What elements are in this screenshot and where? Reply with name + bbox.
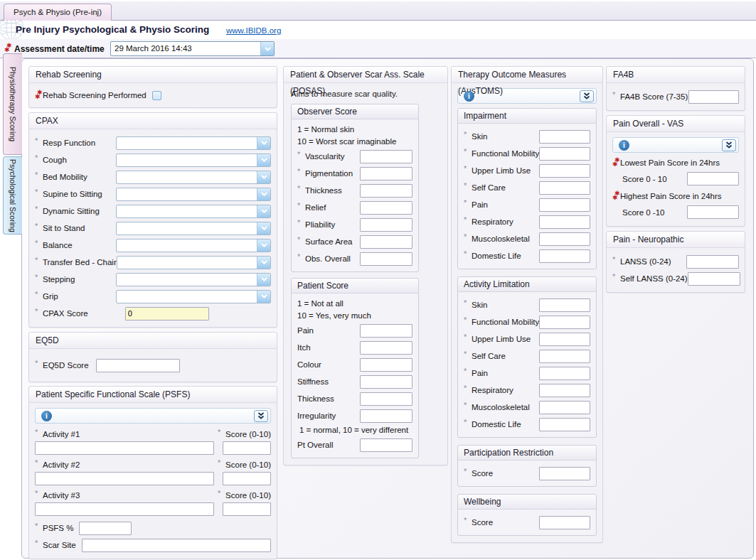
chevron-down-icon[interactable] — [257, 274, 270, 286]
asterisk-icon — [297, 218, 302, 227]
austoms-score-input[interactable] — [539, 130, 590, 144]
chevron-down-icon[interactable] — [257, 137, 270, 149]
asterisk-icon — [35, 359, 40, 367]
section-title: Impairment — [458, 109, 596, 124]
chevron-down-icon[interactable] — [257, 222, 270, 235]
neuropathic-fields: LANSS (0-24) Self LANSS (0-24) — [612, 253, 739, 287]
patient-score-input[interactable] — [360, 358, 412, 372]
austoms-score-input[interactable] — [539, 181, 590, 195]
cpax-select[interactable] — [116, 188, 271, 201]
info-icon[interactable] — [619, 140, 629, 151]
activity-input[interactable] — [35, 472, 214, 485]
cpax-row: Transfer Bed - Chair — [35, 254, 271, 271]
cpax-select[interactable] — [116, 239, 271, 252]
assessment-date-select[interactable]: 29 March 2016 14:43 — [110, 41, 275, 56]
collapse-button[interactable] — [722, 139, 736, 151]
patient-score-input[interactable] — [360, 341, 412, 355]
cpax-select[interactable] — [116, 290, 271, 303]
austoms-field-row: Skin — [464, 128, 590, 145]
austoms-score-input[interactable] — [539, 367, 590, 380]
chevron-down-icon[interactable] — [257, 188, 270, 200]
field-label: Surface Area — [305, 237, 352, 246]
activity-limitation-section: Activity Limitation Skin — [457, 276, 597, 438]
activity-input[interactable] — [35, 502, 214, 516]
rehab-screening-panel: Rehab Screening Rehab Screening Performe… — [28, 66, 277, 108]
cpax-select[interactable] — [117, 256, 271, 269]
chevron-down-icon[interactable] — [257, 239, 270, 252]
tab-psychological-scoring[interactable]: Psychological Scoring — [3, 156, 22, 235]
austoms-score-input[interactable] — [539, 316, 590, 329]
scar-site-input[interactable] — [82, 539, 271, 552]
observer-score-input[interactable] — [360, 150, 412, 163]
austoms-score-input[interactable] — [539, 198, 590, 212]
tab-psych-physio-pre-inj[interactable]: Psych & Physio (Pre-inj) — [4, 4, 112, 21]
asterisk-icon — [464, 215, 469, 224]
observer-score-input[interactable] — [360, 235, 412, 249]
patient-score-input[interactable] — [360, 392, 412, 406]
austoms-score-input[interactable] — [539, 333, 590, 346]
austoms-score-input[interactable] — [539, 350, 590, 363]
activity-score-input[interactable] — [223, 502, 271, 516]
chevron-down-icon[interactable] — [257, 291, 270, 303]
observer-score-input[interactable] — [360, 184, 412, 198]
activity-label: Activity #3 — [43, 491, 80, 500]
eq5d-score-input[interactable] — [96, 359, 180, 372]
info-icon[interactable] — [41, 411, 52, 421]
required-icon — [4, 43, 12, 54]
collapse-button[interactable] — [254, 410, 268, 422]
observer-score-input[interactable] — [360, 218, 412, 232]
austoms-score-input[interactable] — [539, 298, 590, 312]
observer-score-input[interactable] — [360, 252, 412, 266]
chevron-down-icon[interactable] — [257, 257, 270, 269]
activity-input[interactable] — [35, 441, 214, 455]
lowest-pain-score-input[interactable] — [687, 172, 739, 185]
lanss-input[interactable] — [686, 255, 739, 269]
tab-physiotherapy-scoring[interactable]: Physiotherapy Scoring — [3, 53, 22, 155]
pt-overall-input[interactable] — [360, 438, 412, 452]
highest-pain-score-input[interactable] — [687, 205, 739, 219]
patient-score-input[interactable] — [360, 375, 412, 389]
austoms-score-input[interactable] — [539, 418, 590, 431]
austoms-field-row: Skin — [464, 296, 590, 313]
cpax-field-label: Grip — [43, 292, 58, 301]
psfs-percent-input[interactable] — [79, 522, 132, 535]
field-label: Domestic Life — [472, 252, 521, 260]
info-icon[interactable] — [464, 91, 474, 102]
cpax-select[interactable] — [116, 273, 271, 286]
asterisk-icon — [464, 333, 469, 341]
austoms-score-input[interactable] — [539, 401, 590, 414]
austoms-score-input[interactable] — [539, 384, 590, 397]
observer-score-input[interactable] — [360, 201, 412, 215]
panel-title: Patient & Observer Scar Ass. Scale (POSA… — [284, 67, 447, 83]
austoms-score-input[interactable] — [539, 232, 590, 246]
chevron-down-icon[interactable] — [257, 205, 270, 217]
chevron-down-icon[interactable] — [257, 171, 270, 183]
field-label: Colour — [297, 360, 321, 369]
collapse-button[interactable] — [580, 90, 594, 102]
wellbeing-score-input[interactable] — [539, 516, 590, 529]
activity-score-input[interactable] — [223, 441, 271, 455]
cpax-select[interactable] — [116, 136, 271, 150]
field-label: Muscoloskeletal — [472, 235, 530, 243]
observer-field-row: Pliability — [297, 216, 412, 233]
activity-score-input[interactable] — [223, 472, 271, 485]
fa4b-score-input[interactable] — [688, 90, 739, 104]
cpax-score-input[interactable] — [125, 307, 209, 321]
cpax-select[interactable] — [116, 205, 271, 218]
patient-score-input[interactable] — [360, 324, 412, 338]
austoms-score-input[interactable] — [539, 164, 590, 178]
participation-score-input[interactable] — [539, 467, 590, 480]
cpax-select[interactable] — [116, 171, 271, 184]
cpax-select[interactable] — [116, 154, 271, 167]
lanss-input[interactable] — [688, 272, 740, 286]
chevron-down-icon[interactable] — [257, 154, 270, 166]
observer-score-input[interactable] — [360, 167, 412, 181]
austoms-score-input[interactable] — [539, 147, 590, 161]
austoms-score-input[interactable] — [539, 249, 590, 263]
cpax-select[interactable] — [116, 222, 271, 235]
patient-score-input[interactable] — [360, 409, 412, 423]
chevron-down-icon[interactable] — [260, 42, 274, 55]
rehab-performed-checkbox[interactable] — [152, 91, 161, 100]
ibidb-link[interactable]: www.IBIDB.org — [226, 26, 281, 35]
austoms-score-input[interactable] — [539, 215, 590, 229]
